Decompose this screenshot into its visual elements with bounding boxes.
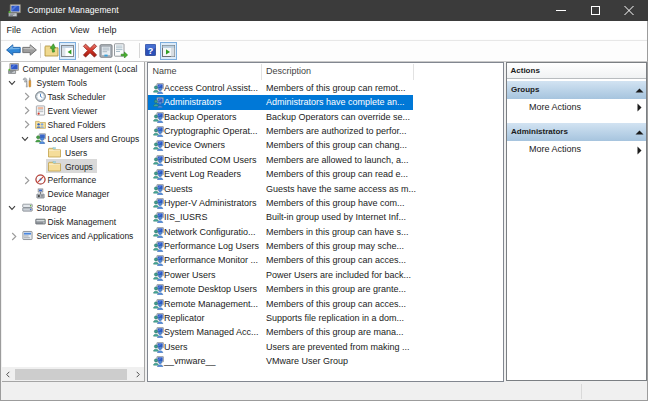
- svg-text:?: ?: [147, 44, 153, 55]
